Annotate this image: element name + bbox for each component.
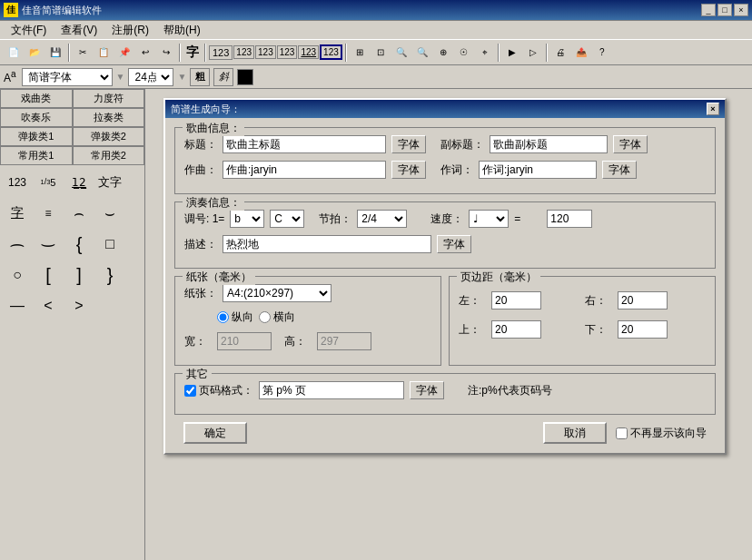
minimize-button[interactable]: _	[701, 4, 716, 16]
symbol-circle[interactable]: ○	[4, 261, 31, 289]
margins-group: 页边距（毫米） 左： 右： 上： 下：	[449, 276, 716, 366]
num2[interactable]: 123	[233, 45, 254, 59]
tool10[interactable]: ☉	[454, 43, 474, 63]
help-btn[interactable]: ?	[592, 43, 612, 63]
undo-btn[interactable]: ↩	[135, 43, 155, 63]
symbol-zi[interactable]: 字	[4, 200, 31, 227]
symbol-bracket-open[interactable]: [	[35, 261, 62, 289]
num6[interactable]: 123	[320, 44, 342, 60]
ok-button[interactable]: 确定	[183, 422, 247, 444]
desc-input[interactable]	[223, 235, 431, 253]
composer-font-btn[interactable]: 字体	[391, 161, 426, 179]
subtitle-input[interactable]	[490, 135, 608, 153]
page-format-input[interactable]	[259, 381, 404, 399]
symbol-123[interactable]: 123	[4, 169, 31, 196]
italic-button[interactable]: 斜	[213, 68, 233, 86]
play-btn[interactable]: ▶	[502, 43, 522, 63]
tab-bowed[interactable]: 拉奏类	[73, 108, 145, 127]
portrait-radio-label[interactable]: 纵向	[217, 309, 253, 325]
close-window-button[interactable]: ×	[734, 4, 748, 16]
paper-size-select[interactable]: A4:(210×297)	[223, 284, 331, 302]
tab-plucked1[interactable]: 弹拨类1	[0, 127, 73, 146]
copy-btn[interactable]: 📋	[94, 43, 114, 63]
title-font-btn[interactable]: 字体	[391, 135, 426, 153]
beat-select[interactable]: 2/4	[357, 210, 407, 228]
new-btn[interactable]: 📄	[4, 43, 24, 63]
tab-common2[interactable]: 常用类2	[73, 146, 145, 165]
symbol-less[interactable]: <	[35, 292, 62, 319]
top-margin-input[interactable]	[491, 320, 541, 339]
symbol-fraction[interactable]: 1/35	[35, 169, 62, 196]
symbol-wenzi[interactable]: 文字	[96, 169, 124, 196]
paste-btn[interactable]: 📌	[114, 43, 134, 63]
menu-view[interactable]: 查看(V)	[54, 21, 104, 40]
key-b-select[interactable]: b	[230, 210, 264, 228]
right-margin-input[interactable]	[618, 291, 668, 309]
cancel-button[interactable]: 取消	[543, 422, 607, 444]
lyricist-font-btn[interactable]: 字体	[602, 161, 637, 179]
no-show-checkbox[interactable]	[616, 427, 628, 439]
left-margin-input[interactable]	[491, 291, 541, 309]
cut-btn[interactable]: ✂	[73, 43, 93, 63]
tool11[interactable]: ⌖	[475, 43, 495, 63]
title-input[interactable]	[223, 135, 386, 153]
key-c-select[interactable]: C	[270, 210, 304, 228]
symbol-triple-line[interactable]: ≡	[35, 200, 62, 227]
font-name-select[interactable]: 简谱字体	[22, 68, 113, 86]
page-format-check-label[interactable]: 页码格式：	[184, 383, 253, 398]
dialog-close-button[interactable]: ×	[707, 103, 719, 115]
play2-btn[interactable]: ▷	[523, 43, 543, 63]
zoom-out-btn[interactable]: 🔍	[412, 43, 432, 63]
num1[interactable]: 123	[209, 45, 233, 60]
speed-symbol-select[interactable]: ♩	[469, 210, 509, 228]
no-show-label[interactable]: 不再显示该向导	[616, 426, 707, 441]
menu-register[interactable]: 注册(R)	[104, 21, 156, 40]
symbol-underline[interactable]: 1̲2̲	[65, 169, 93, 196]
font-size-select[interactable]: 24点	[128, 68, 173, 86]
symbol-arc2[interactable]: ⌣	[96, 200, 124, 227]
symbol-square[interactable]: □	[96, 231, 124, 258]
page-format-row: 页码格式： 字体 注:p%代表页码号	[184, 381, 706, 399]
menu-help[interactable]: 帮助(H)	[156, 21, 208, 40]
save-btn[interactable]: 💾	[45, 43, 65, 63]
open-btn[interactable]: 📂	[25, 43, 45, 63]
zoom-in-btn[interactable]: 🔍	[391, 43, 411, 63]
portrait-radio[interactable]	[217, 311, 229, 323]
speed-input[interactable]	[547, 210, 592, 228]
symbol-greater[interactable]: >	[65, 292, 93, 319]
page-format-font-btn[interactable]: 字体	[410, 381, 444, 399]
font-color-button[interactable]	[237, 69, 253, 85]
tool8[interactable]: ⊡	[371, 43, 391, 63]
symbol-brace-open[interactable]: {	[65, 231, 93, 258]
subtitle-font-btn[interactable]: 字体	[613, 135, 648, 153]
num4[interactable]: 123	[277, 45, 298, 59]
composer-input[interactable]	[223, 161, 386, 179]
lyricist-input[interactable]	[479, 161, 597, 179]
tool9[interactable]: ⊕	[433, 43, 453, 63]
num3[interactable]: 123	[255, 45, 276, 59]
landscape-radio[interactable]	[259, 311, 271, 323]
symbol-arc1[interactable]: ⌢	[65, 200, 93, 227]
bold-button[interactable]: 粗	[190, 68, 210, 86]
print-btn[interactable]: 🖨	[550, 43, 570, 63]
page-format-checkbox[interactable]	[184, 385, 196, 397]
tab-common1[interactable]: 常用类1	[0, 146, 73, 165]
num5[interactable]: 123	[298, 45, 319, 59]
desc-font-btn[interactable]: 字体	[437, 235, 471, 253]
maximize-button[interactable]: □	[717, 4, 732, 16]
tool7[interactable]: ⊞	[350, 43, 370, 63]
menu-file[interactable]: 文件(F)	[4, 21, 54, 40]
paper-row: 纸张： A4:(210×297)	[184, 284, 431, 302]
symbol-arc4[interactable]: ⌣	[28, 231, 69, 258]
landscape-radio-label[interactable]: 横向	[259, 309, 295, 325]
redo-btn[interactable]: ↪	[156, 43, 176, 63]
tab-wind[interactable]: 吹奏乐	[0, 108, 73, 127]
export-btn[interactable]: 📤	[571, 43, 591, 63]
tab-dynamics[interactable]: 力度符	[73, 89, 145, 108]
bottom-margin-input[interactable]	[618, 320, 668, 339]
symbol-bracket-close[interactable]: ]	[65, 261, 93, 289]
tab-drama[interactable]: 戏曲类	[0, 89, 73, 108]
symbol-brace-close[interactable]: }	[96, 261, 124, 289]
tab-plucked2[interactable]: 弹拨类2	[73, 127, 145, 146]
symbol-dash[interactable]: —	[4, 292, 31, 319]
